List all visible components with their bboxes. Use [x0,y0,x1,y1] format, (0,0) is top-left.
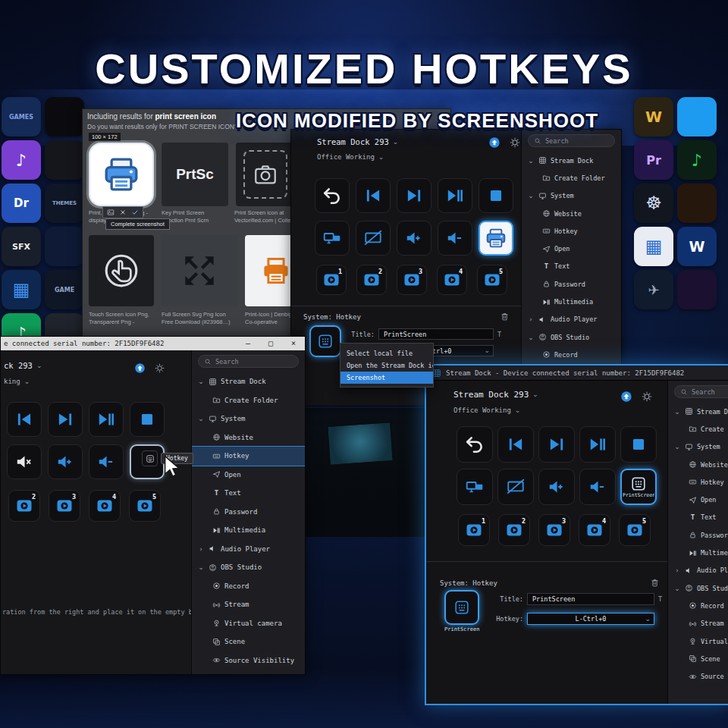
video-key-button-3[interactable]: 3 [397,265,427,295]
sidebar-item-multimedia[interactable]: Multimedia [668,544,728,561]
sidebar-item-create-folder[interactable]: Create Folder [192,391,305,410]
profile-select[interactable]: Stream Dock 293⌄ [317,137,398,146]
video-key-button-2[interactable]: 2 [356,265,387,295]
undo-button[interactable] [457,426,493,463]
next-track-button[interactable] [538,426,575,463]
monitor-switch-button[interactable] [315,221,350,256]
sidebar-item-hotkey[interactable]: Hotkey [192,447,305,466]
sidebar-item-scene[interactable]: Scene [668,650,728,667]
video-key-button-1[interactable]: 1 [316,265,347,295]
sidebar-item-text[interactable]: TText [522,258,621,275]
volume-up-button[interactable] [538,469,575,505]
sidebar-item-open[interactable]: Open [192,466,305,485]
stop-button[interactable] [130,402,165,437]
sidebar-item-text[interactable]: TText [668,509,728,526]
window-titlebar[interactable]: Stream Dock - Device connected serial nu… [426,366,728,381]
gear-icon[interactable] [641,391,653,403]
stop-button[interactable] [620,426,657,463]
printscreen-key-button[interactable] [479,221,513,256]
window-titlebar[interactable]: e connected serial number: 2F15DF9F6482 … [1,337,305,350]
sidebar-group-audio-player[interactable]: ›Audio Player [668,562,728,579]
result-caption[interactable]: Touch Screen Icon Png, Transparent Png -… [89,311,154,326]
full-screen-result[interactable] [162,235,237,306]
sidebar-item-password[interactable]: Password [668,526,728,544]
sidebar-item-website[interactable]: Website [668,456,728,473]
video-key-button-4[interactable]: 4 [89,490,121,522]
prev-track-button[interactable] [7,402,42,437]
sidebar-group-system[interactable]: ⌄System [668,438,728,456]
volume-up-button[interactable] [397,221,431,256]
result-caption[interactable]: Full Screen Svg Png Icon Free Download (… [162,311,237,326]
printer-icon-result[interactable] [89,143,154,206]
close-button[interactable]: × [282,337,305,350]
sidebar-group-obs-studio[interactable]: ⌄OBS Studio [522,328,621,346]
volume-up-button[interactable] [48,444,83,479]
sidebar-search-input[interactable]: Search [674,385,728,398]
sidebar-group-stream-dock[interactable]: ⌄Stream Dock [192,372,305,391]
sidebar-item-hotkey[interactable]: Hotkey [522,222,621,240]
menu-item-screenshot[interactable]: Screenshot [340,372,433,384]
maximize-button[interactable]: □ [259,337,282,350]
sidebar-item-source-visibility[interactable]: Source Visibility [668,667,728,685]
trash-icon[interactable] [650,578,660,588]
next-track-button[interactable] [48,402,83,437]
sidebar-item-source-visibility[interactable]: Source Visibility [192,651,305,670]
play-pause-button[interactable] [89,402,124,437]
hotkey-preview-button[interactable] [309,325,341,357]
video-key-button-4[interactable]: 4 [579,514,610,546]
sidebar-search-input[interactable]: Search [198,355,299,368]
scene-select[interactable]: king⌄ [4,378,30,385]
video-key-button-2[interactable]: 2 [498,514,530,546]
sidebar-item-text[interactable]: TText [192,484,305,503]
menu-item-open-icon-library[interactable]: Open the Stream Dock icon library [340,359,433,372]
video-key-button-1[interactable]: 1 [458,514,490,546]
sidebar-group-stream-dock[interactable]: ⌄Stream Dock [668,403,728,420]
sidebar-item-password[interactable]: Password [522,275,621,293]
screen-off-button[interactable] [497,469,534,505]
sidebar-item-virtual-camera[interactable]: Virtual camera [668,632,728,650]
title-input[interactable]: PrintScreen [378,328,494,340]
upload-icon[interactable] [488,136,500,149]
video-key-button-3[interactable]: 3 [49,490,80,522]
screenshot-camera-result[interactable] [236,143,295,206]
touch-screen-result[interactable] [89,235,154,306]
close-icon[interactable] [119,209,127,216]
sidebar-item-website[interactable]: Website [522,205,621,222]
minimize-button[interactable]: – [237,337,259,350]
upload-icon[interactable] [620,391,632,403]
video-key-button-2[interactable]: 2 [8,490,40,522]
mute-button[interactable] [7,444,42,479]
volume-down-button[interactable] [89,444,124,479]
sidebar-item-scene[interactable]: Scene [192,632,305,651]
sidebar-group-system[interactable]: ⌄System [522,187,621,205]
sidebar-item-open[interactable]: Open [522,240,621,257]
play-pause-button[interactable] [579,426,616,463]
selection-toolbar[interactable] [102,206,143,218]
video-key-button-4[interactable]: 4 [437,265,467,295]
sidebar-item-create-folder[interactable]: Create Folder [668,420,728,438]
sidebar-item-create-folder[interactable]: Create Folder [522,169,621,187]
sidebar-item-multimedia[interactable]: Multimedia [192,521,305,540]
video-key-button-3[interactable]: 3 [538,514,570,546]
sidebar-item-password[interactable]: Password [192,503,305,522]
undo-button[interactable] [315,178,350,213]
hotkey-preview-button[interactable] [444,590,479,625]
screen-off-button[interactable] [356,221,391,256]
stop-button[interactable] [479,178,513,213]
sidebar-group-stream-dock[interactable]: ⌄Stream Dock [522,152,621,169]
printscreen-key-button[interactable]: PrintScreen [620,469,657,505]
sidebar-item-hotkey[interactable]: Hotkey [668,473,728,491]
title-input[interactable]: PrintScreen [527,593,654,605]
result-caption[interactable]: Key Print Screen Function Prnt Scrn Keyb… [162,209,227,224]
sidebar-group-audio-player[interactable]: ›Audio Player [522,311,621,328]
sidebar-search-input[interactable]: Search [528,134,615,147]
play-pause-button[interactable] [438,178,472,213]
image-icon[interactable] [107,209,115,216]
next-track-button[interactable] [397,178,431,213]
sidebar-group-audio-player[interactable]: ›Audio Player [192,540,305,559]
sidebar-group-obs-studio[interactable]: ⌄OBS Studio [668,579,728,597]
gear-icon[interactable] [509,136,521,149]
volume-down-button[interactable] [579,469,616,505]
scene-select[interactable]: Office Working⌄ [453,406,520,414]
profile-select[interactable]: ck 293⌄ [4,361,42,370]
